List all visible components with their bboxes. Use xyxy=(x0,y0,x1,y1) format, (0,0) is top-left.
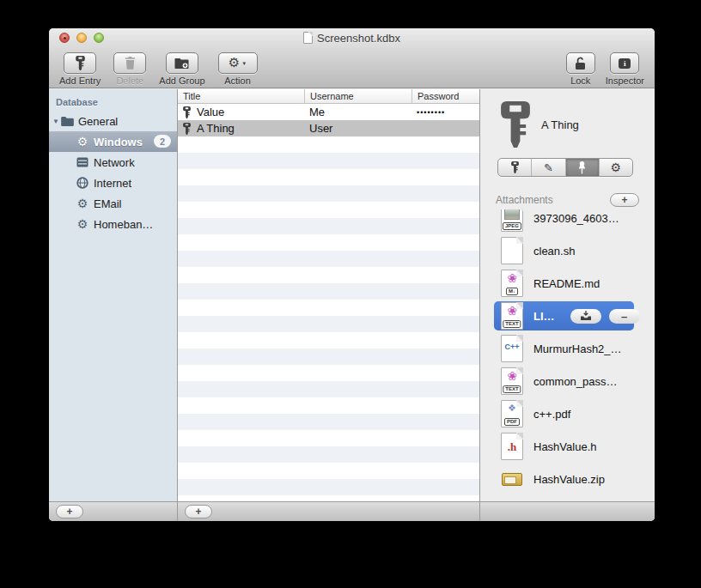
text-file-icon: ❀ TEXT xyxy=(501,367,523,395)
table-row[interactable]: Value Me •••••••• xyxy=(178,104,479,120)
toolbar-item-lock: Lock xyxy=(566,52,595,86)
entry-title: A Thing xyxy=(197,122,235,135)
entry-password-masked: •••••••• xyxy=(417,108,445,117)
gear-icon: ⚙ xyxy=(76,136,89,148)
toolbar-item-add-entry: Add Entry xyxy=(59,52,101,86)
column-header-password[interactable]: Password xyxy=(411,89,479,103)
action-label: Action xyxy=(224,76,251,86)
entry-table-header: Title Username Password xyxy=(178,89,479,104)
list-item-selected[interactable]: ❀ TEXT LI… – xyxy=(480,300,655,332)
key-icon xyxy=(183,106,191,118)
server-icon xyxy=(76,157,89,167)
sidebar-item-label: Internet xyxy=(94,177,131,190)
markdown-file-icon: ❀ M↓ xyxy=(501,270,523,297)
flower-icon: ❀ xyxy=(507,305,517,317)
tab-edit[interactable]: ✎ xyxy=(531,159,564,176)
zip-file-icon xyxy=(501,465,523,493)
window-chrome: Screenshot.kdbx Add Entry xyxy=(49,28,655,88)
attachments-list: JPEG 3973096_4603… clean.sh ❀ xyxy=(480,209,655,501)
table-row-selected[interactable]: A Thing User xyxy=(178,120,479,136)
inspector-tabs: ✎ ⚙ xyxy=(497,158,633,177)
folder-plus-icon xyxy=(174,58,189,69)
sidebar-item-network[interactable]: Network xyxy=(49,152,177,173)
disclosure-triangle-icon[interactable]: ▼ xyxy=(52,118,60,125)
sidebar-item-windows[interactable]: ⚙ Windows 2 xyxy=(49,131,177,152)
list-item[interactable]: .h HashValue.h xyxy=(480,430,655,463)
inspector-panel: A Thing ✎ ⚙ xyxy=(479,89,655,521)
column-header-username[interactable]: Username xyxy=(304,89,411,103)
toolbar-item-action: ⚙ ▼ Action xyxy=(218,52,258,86)
gear-icon: ⚙ xyxy=(229,57,240,70)
sidebar-footer: + xyxy=(49,501,177,521)
action-button[interactable]: ⚙ ▼ xyxy=(218,52,258,74)
toolbar-item-add-group: Add Group xyxy=(159,52,204,86)
attachment-name: c++.pdf xyxy=(533,408,570,421)
remove-attachment-button[interactable]: – xyxy=(609,309,640,324)
add-entry-footer-button[interactable]: + xyxy=(185,505,212,518)
app-window: Screenshot.kdbx Add Entry xyxy=(49,28,655,521)
sidebar-item-email[interactable]: ⚙ EMail xyxy=(49,193,177,214)
minus-icon: – xyxy=(621,311,627,322)
add-attachment-button[interactable]: + xyxy=(610,193,639,207)
gear-icon: ⚙ xyxy=(76,218,89,230)
window-title-area: Screenshot.kdbx xyxy=(49,28,655,47)
sidebar-item-general[interactable]: ▼ General xyxy=(49,111,177,131)
toolbar-right-group: Lock i Inspector xyxy=(566,52,644,86)
list-item[interactable]: ❀ TEXT common_pass… xyxy=(480,365,655,397)
list-item[interactable]: JPEG 3973096_4603… xyxy=(480,209,655,234)
entry-title: Value xyxy=(197,106,224,118)
sidebar-item-label: EMail xyxy=(94,197,122,210)
tab-settings[interactable]: ⚙ xyxy=(599,159,632,176)
column-header-title[interactable]: Title xyxy=(178,89,304,103)
inspector-label: Inspector xyxy=(606,76,644,86)
titlebar[interactable]: Screenshot.kdbx xyxy=(49,28,655,47)
entry-username: Me xyxy=(309,106,325,118)
tab-key[interactable] xyxy=(498,159,531,176)
toolbar-left-group: Add Entry Delete A xyxy=(59,52,258,86)
sidebar-item-internet[interactable]: Internet xyxy=(49,173,177,193)
pdf-art-icon: ❖ xyxy=(508,403,516,413)
export-attachment-button[interactable] xyxy=(570,309,601,324)
attachment-name: README.md xyxy=(533,277,600,290)
sidebar-item-homebanking[interactable]: ⚙ Homeban… xyxy=(49,214,177,234)
sidebar-item-label: General xyxy=(78,115,118,128)
inspector-button[interactable]: i xyxy=(610,52,639,74)
key-icon xyxy=(183,123,191,135)
attachment-name: LI… xyxy=(533,310,555,323)
gear-icon: ⚙ xyxy=(76,197,89,209)
jpeg-file-icon: JPEG xyxy=(501,209,523,232)
lock-button[interactable] xyxy=(566,52,595,74)
inspector-header: A Thing xyxy=(501,101,579,148)
list-item[interactable]: ❀ M↓ README.md xyxy=(480,267,655,300)
sidebar-section-header: Database xyxy=(49,89,177,111)
flower-icon: ❀ xyxy=(507,272,517,284)
delete-button[interactable] xyxy=(113,52,146,74)
list-item[interactable]: clean.sh xyxy=(480,234,655,267)
list-item[interactable]: HashValue.zip xyxy=(480,463,655,495)
delete-label: Delete xyxy=(116,76,143,86)
add-entry-label: Add Entry xyxy=(59,76,101,86)
list-item[interactable]: C++ MurmurHash2_… xyxy=(480,332,655,365)
list-item[interactable]: ❖ PDF c++.pdf xyxy=(480,397,655,430)
group-sidebar: Database ▼ General ⚙ Windows 2 Network xyxy=(49,89,178,521)
main-content: Database ▼ General ⚙ Windows 2 Network xyxy=(49,89,655,521)
attachments-scroll: JPEG 3973096_4603… clean.sh ❀ xyxy=(480,209,655,495)
unlocked-padlock-icon xyxy=(575,57,586,70)
entry-table: Title Username Password Value Me •••••••… xyxy=(178,89,479,521)
plain-file-icon xyxy=(501,237,523,264)
sidebar-item-label: Network xyxy=(94,156,135,169)
key-icon-large xyxy=(501,101,530,148)
sidebar-item-label: Windows xyxy=(94,136,143,149)
gear-icon: ⚙ xyxy=(611,161,622,173)
chevron-down-icon: ▼ xyxy=(241,61,247,66)
add-entry-button[interactable] xyxy=(64,52,96,74)
attachment-name: clean.sh xyxy=(533,245,575,258)
tab-attachments[interactable] xyxy=(565,159,599,176)
entry-table-footer: + xyxy=(178,501,479,521)
add-group-footer-button[interactable]: + xyxy=(56,505,83,518)
add-group-button[interactable] xyxy=(166,52,198,74)
toolbar: Add Entry Delete A xyxy=(49,47,655,88)
attachment-name: common_pass… xyxy=(533,375,618,388)
attachment-name: MurmurHash2_… xyxy=(533,342,622,355)
attachment-name: HashValue.h xyxy=(533,440,596,453)
